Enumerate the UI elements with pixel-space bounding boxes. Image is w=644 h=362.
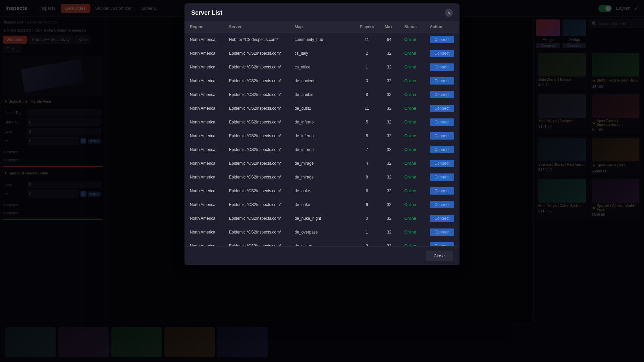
cell-players: 4 (354, 157, 379, 170)
cell-region: North America (184, 225, 224, 239)
cell-server: Epidemic *CS2Inspects.com* (224, 88, 289, 102)
cell-players: 2 (354, 239, 379, 247)
cell-map: de_anubis (289, 88, 354, 102)
cell-region: North America (184, 198, 224, 212)
table-row: North America Hub for *CS2Inspects.com* … (184, 33, 460, 47)
cell-players: 6 (354, 184, 379, 198)
server-connect-btn[interactable]: Connect (430, 132, 454, 140)
server-connect-btn[interactable]: Connect (430, 118, 454, 126)
cell-status: Online (399, 115, 424, 129)
table-row: North America Epidemic *CS2Inspects.com*… (184, 170, 460, 184)
server-connect-btn[interactable]: Connect (430, 36, 454, 43)
cell-status: Online (399, 102, 424, 115)
cell-max: 32 (379, 170, 399, 184)
cell-region: North America (184, 88, 224, 102)
cell-max: 32 (379, 225, 399, 239)
cell-max: 32 (379, 88, 399, 102)
cell-action: Connect (424, 60, 460, 74)
cell-status: Online (399, 225, 424, 239)
server-connect-btn[interactable]: Connect (430, 160, 454, 167)
cell-region: North America (184, 102, 224, 115)
cell-action: Connect (424, 47, 460, 60)
cell-region: North America (184, 212, 224, 225)
cell-region: North America (184, 143, 224, 157)
server-connect-btn[interactable]: Connect (430, 215, 454, 222)
cell-server: Epidemic *CS2Inspects.com* (224, 102, 289, 115)
table-row: North America Epidemic *CS2Inspects.com*… (184, 102, 460, 115)
col-header-server: Server (224, 21, 289, 33)
server-connect-btn[interactable]: Connect (430, 50, 454, 57)
cell-status: Online (399, 74, 424, 88)
cell-region: North America (184, 74, 224, 88)
cell-max: 32 (379, 129, 399, 143)
table-row: North America Epidemic *CS2Inspects.com*… (184, 88, 460, 102)
table-row: North America Epidemic *CS2Inspects.com*… (184, 184, 460, 198)
server-connect-btn[interactable]: Connect (430, 242, 454, 246)
table-row: North America Epidemic *CS2Inspects.com*… (184, 129, 460, 143)
cell-server: Epidemic *CS2Inspects.com* (224, 212, 289, 225)
cell-map: de_sakura (289, 239, 354, 247)
cell-players: 11 (354, 102, 379, 115)
cell-region: North America (184, 184, 224, 198)
cell-action: Connect (424, 129, 460, 143)
server-connect-btn[interactable]: Connect (430, 91, 454, 98)
cell-status: Online (399, 184, 424, 198)
modal-close-button[interactable]: × (445, 9, 453, 17)
server-connect-btn[interactable]: Connect (430, 105, 454, 112)
cell-action: Connect (424, 102, 460, 115)
col-header-region: Region (184, 21, 224, 33)
table-row: North America Epidemic *CS2Inspects.com*… (184, 143, 460, 157)
cell-status: Online (399, 198, 424, 212)
cell-players: 6 (354, 198, 379, 212)
server-connect-btn[interactable]: Connect (430, 173, 454, 181)
cell-status: Online (399, 212, 424, 225)
cell-players: 0 (354, 212, 379, 225)
modal-body: Region Server Map Players Max Status Act… (184, 21, 460, 246)
server-connect-btn[interactable]: Connect (430, 187, 454, 195)
modal-header: Server List × (184, 3, 460, 21)
cell-max: 32 (379, 198, 399, 212)
col-header-status: Status (399, 21, 424, 33)
server-connect-btn[interactable]: Connect (430, 146, 454, 153)
cell-max: 32 (379, 143, 399, 157)
server-connect-btn[interactable]: Connect (430, 201, 454, 208)
cell-region: North America (184, 47, 224, 60)
cell-players: 0 (354, 74, 379, 88)
cell-map: de_nuke (289, 184, 354, 198)
cell-players: 7 (354, 143, 379, 157)
cell-max: 32 (379, 157, 399, 170)
table-header-row: Region Server Map Players Max Status Act… (184, 21, 460, 33)
cell-players: 1 (354, 225, 379, 239)
col-header-players: Players (354, 21, 379, 33)
cell-status: Online (399, 143, 424, 157)
cell-action: Connect (424, 225, 460, 239)
cell-status: Online (399, 33, 424, 47)
cell-action: Connect (424, 212, 460, 225)
modal-title: Server List (191, 9, 222, 16)
cell-server: Hub for *CS2Inspects.com* (224, 33, 289, 47)
cell-action: Connect (424, 115, 460, 129)
cell-action: Connect (424, 88, 460, 102)
cell-region: North America (184, 170, 224, 184)
cell-action: Connect (424, 33, 460, 47)
server-connect-btn[interactable]: Connect (430, 228, 454, 236)
table-row: North America Epidemic *CS2Inspects.com*… (184, 212, 460, 225)
table-row: North America Epidemic *CS2Inspects.com*… (184, 157, 460, 170)
table-row: North America Epidemic *CS2Inspects.com*… (184, 47, 460, 60)
cell-map: de_ancient (289, 74, 354, 88)
server-connect-btn[interactable]: Connect (430, 63, 454, 71)
cell-max: 32 (379, 184, 399, 198)
modal-footer-close-button[interactable]: Close (426, 251, 453, 261)
cell-players: 5 (354, 115, 379, 129)
cell-region: North America (184, 33, 224, 47)
modal-overlay: Server List × Region Server Map Players … (0, 0, 644, 362)
cell-map: de_nuke (289, 198, 354, 212)
cell-map: de_inferno (289, 115, 354, 129)
table-row: North America Epidemic *CS2Inspects.com*… (184, 115, 460, 129)
cell-region: North America (184, 129, 224, 143)
server-list-modal: Server List × Region Server Map Players … (184, 3, 460, 265)
server-connect-btn[interactable]: Connect (430, 77, 454, 85)
modal-footer: Close (184, 246, 460, 265)
cell-map: de_dust2 (289, 102, 354, 115)
cell-action: Connect (424, 170, 460, 184)
